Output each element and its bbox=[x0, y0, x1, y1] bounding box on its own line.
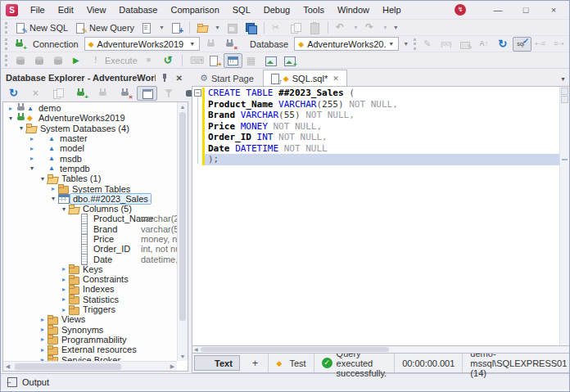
group-by-databases-button[interactable] bbox=[137, 86, 157, 101]
tree-vertical-scrollbar[interactable]: ▲ ▼ bbox=[177, 102, 188, 361]
editor-horizontal-scrollbar[interactable]: ◀ bbox=[192, 346, 569, 354]
menu-help[interactable]: Help bbox=[377, 2, 407, 17]
connection-combo[interactable]: ◆AdventureWorks2019▼ bbox=[84, 37, 200, 51]
expander-icon[interactable]: ▸ bbox=[60, 306, 68, 313]
expander-icon[interactable]: ▾ bbox=[38, 175, 47, 182]
text-results-tab[interactable]: Text bbox=[194, 355, 240, 371]
explorer-disconnect-button[interactable]: × bbox=[115, 86, 135, 101]
layout-grid-button[interactable] bbox=[242, 53, 261, 68]
expander-icon[interactable]: ▾ bbox=[28, 164, 36, 172]
comment-button[interactable] bbox=[418, 37, 437, 52]
tree-item-system-databases-4[interactable]: ▾System Databases (4) bbox=[3, 124, 177, 133]
tree-item-system-tables[interactable]: ▸System Tables bbox=[3, 183, 177, 193]
scroll-up-icon[interactable]: ▲ bbox=[178, 102, 188, 111]
filter-button[interactable] bbox=[159, 86, 179, 101]
new-query-button[interactable]: New Query bbox=[71, 20, 138, 35]
explorer-connect-button[interactable] bbox=[93, 86, 113, 101]
tree-item-tables-1[interactable]: ▾Tables (1) bbox=[3, 173, 177, 183]
redo-button[interactable] bbox=[361, 20, 380, 35]
menu-sql[interactable]: SQL bbox=[227, 2, 256, 17]
expander-icon[interactable]: ▸ bbox=[60, 265, 68, 273]
toolbar2-grip2[interactable] bbox=[414, 38, 416, 50]
tree-vscroll-thumb[interactable] bbox=[179, 112, 186, 321]
tree-item-columns-5[interactable]: ▾Columns (5) bbox=[3, 204, 177, 214]
undo-button[interactable] bbox=[332, 20, 351, 35]
expander-icon[interactable]: ▸ bbox=[38, 346, 47, 354]
format-sql-button[interactable] bbox=[513, 37, 532, 52]
editor-scroll-left-icon[interactable]: ◀ bbox=[192, 346, 200, 353]
tree-item-dbo-2023-sales[interactable]: ▾dbo.##2023_Sales bbox=[3, 194, 177, 204]
fold-collapse-icon[interactable]: − bbox=[194, 89, 201, 97]
database-combo[interactable]: ◆AdventureWorks20...▼ bbox=[294, 37, 399, 51]
code-area[interactable]: CREATE TABLE ##2023_Sales (Product_Name … bbox=[205, 88, 559, 165]
stop-button[interactable] bbox=[141, 53, 160, 68]
menu-database[interactable]: Database bbox=[113, 2, 163, 17]
expander-icon[interactable]: ▸ bbox=[38, 336, 47, 343]
expander-icon[interactable]: ▸ bbox=[60, 286, 68, 293]
expander-icon[interactable]: ▾ bbox=[17, 124, 25, 132]
connect-button[interactable] bbox=[201, 37, 220, 52]
expander-icon[interactable]: ▸ bbox=[38, 316, 47, 323]
menu-view[interactable]: View bbox=[81, 2, 112, 17]
code-line-3[interactable]: Brand VARCHAR(55) NOT NULL, bbox=[205, 110, 559, 121]
disconnect-button[interactable]: × bbox=[220, 37, 239, 52]
new-document-button[interactable] bbox=[138, 20, 156, 35]
new-document-dropdown[interactable]: ▼ bbox=[156, 25, 167, 30]
expander-icon[interactable]: ▸ bbox=[60, 276, 68, 283]
view-image-button[interactable] bbox=[261, 53, 280, 68]
snippets-button[interactable] bbox=[456, 37, 475, 52]
scroll-left-icon[interactable]: ◀ bbox=[3, 362, 12, 372]
scroll-right-icon[interactable]: ▶ bbox=[168, 362, 177, 372]
tab-start-page[interactable]: ⚙Start Page bbox=[192, 70, 262, 86]
execute-script-button[interactable]: Execute bbox=[87, 53, 141, 68]
delete-object-button[interactable] bbox=[26, 86, 47, 101]
expander-icon[interactable]: ▾ bbox=[7, 115, 15, 122]
database-combo-overflow[interactable]: ▼ bbox=[400, 41, 411, 47]
toolbar1-grip[interactable] bbox=[5, 22, 9, 34]
tree-item-constraints[interactable]: ▸Constraints bbox=[3, 274, 177, 284]
tab-close-icon[interactable]: ✕ bbox=[332, 74, 339, 83]
new-sql-button[interactable]: New SQL bbox=[11, 20, 71, 35]
new-connection-button[interactable]: + bbox=[10, 37, 29, 52]
editor-vertical-scrollbar[interactable] bbox=[559, 87, 569, 345]
save-button[interactable] bbox=[223, 20, 242, 35]
tree-item-demo[interactable]: ▸▲demo bbox=[3, 103, 177, 113]
tree-item-product-name[interactable]: Product_Namevarchar(255), not null bbox=[3, 214, 177, 223]
code-line-7[interactable]: ); bbox=[205, 154, 559, 165]
uppercase-keywords-button[interactable] bbox=[475, 37, 494, 52]
tabstrip-overflow-icon[interactable]: ▼ bbox=[560, 76, 566, 82]
menu-window[interactable]: Window bbox=[332, 2, 375, 17]
explorer-new-connection-button[interactable]: + bbox=[70, 86, 91, 101]
tab-sql-document[interactable]: ◆SQL.sql*✕ bbox=[263, 70, 347, 86]
new-object-button[interactable] bbox=[167, 20, 186, 35]
database-tool-1-button[interactable] bbox=[11, 53, 30, 68]
code-line-1[interactable]: CREATE TABLE ##2023_Sales ( bbox=[205, 88, 559, 99]
expander-icon[interactable]: ▸ bbox=[60, 295, 68, 303]
maximize-button[interactable]: □ bbox=[512, 3, 540, 16]
minimize-button[interactable]: — bbox=[484, 3, 512, 16]
database-tool-2-button[interactable] bbox=[30, 53, 49, 68]
new-diagram-button[interactable]: + bbox=[280, 53, 299, 68]
explorer-close-icon[interactable]: ✕ bbox=[174, 74, 185, 83]
menu-tools[interactable]: Tools bbox=[297, 2, 330, 17]
tree-item-tempdb[interactable]: ▾▲tempdb bbox=[3, 164, 177, 173]
code-line-5[interactable]: Order_ID INT NOT NULL, bbox=[205, 132, 559, 143]
cut-button[interactable] bbox=[268, 20, 287, 35]
indent-increase-button[interactable] bbox=[550, 37, 569, 52]
code-line-6[interactable]: Date DATETIME NOT NULL bbox=[205, 143, 559, 155]
redo-dropdown[interactable]: ▼ bbox=[380, 25, 391, 30]
pin-icon[interactable] bbox=[161, 73, 169, 83]
tree-item-price[interactable]: Pricemoney, not null bbox=[3, 234, 177, 244]
execute-button[interactable] bbox=[68, 53, 87, 68]
shortcuts-button[interactable] bbox=[186, 53, 205, 68]
toolbar3-grip[interactable] bbox=[5, 55, 9, 66]
notification-badge-icon[interactable]: ↯ bbox=[455, 4, 466, 16]
tree-item-model[interactable]: ▸▲model bbox=[3, 143, 177, 153]
expander-icon[interactable]: ▾ bbox=[60, 205, 68, 213]
split-editor-button[interactable] bbox=[561, 88, 568, 95]
open-file-button[interactable] bbox=[193, 20, 212, 35]
tree-hscroll-thumb[interactable] bbox=[15, 363, 121, 370]
tree-item-master[interactable]: ▸▲master bbox=[3, 133, 177, 143]
close-button[interactable]: × bbox=[540, 3, 568, 16]
tree-item-adventureworks2019[interactable]: ▾◆AdventureWorks2019 bbox=[3, 113, 177, 123]
